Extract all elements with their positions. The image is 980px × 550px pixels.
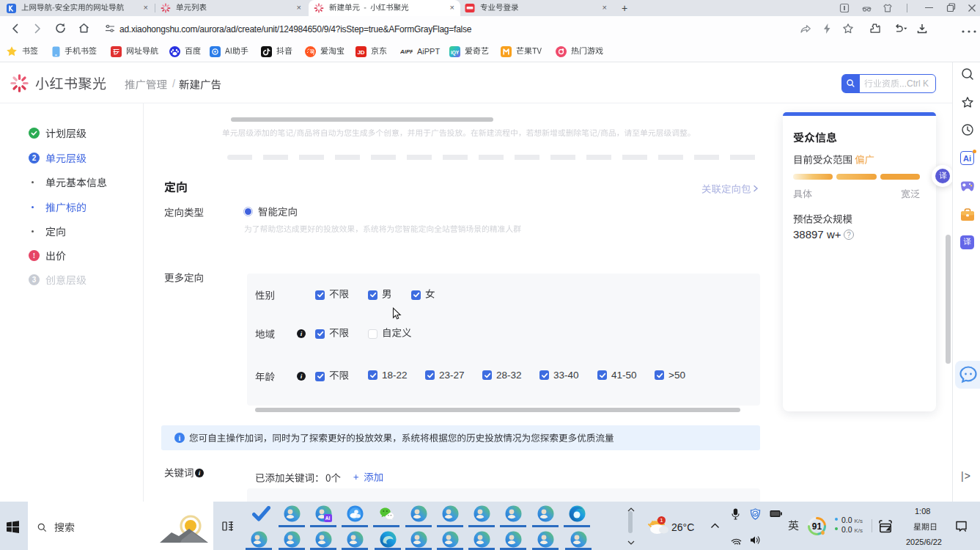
svg-text:91: 91 <box>812 521 822 532</box>
svg-text:JD: JD <box>357 48 364 55</box>
svg-text:iQY: iQY <box>451 49 460 55</box>
svg-text:AiPPT: AiPPT <box>400 48 413 55</box>
